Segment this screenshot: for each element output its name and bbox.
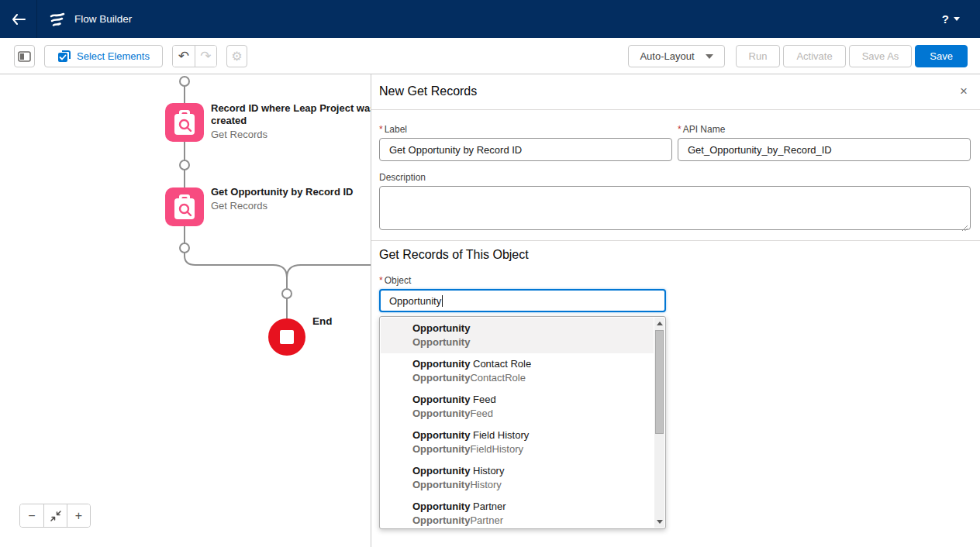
activate-button[interactable]: Activate bbox=[783, 45, 845, 67]
node-title: Get Opportunity by Record ID bbox=[211, 186, 380, 198]
brand: Flow Builder bbox=[37, 10, 132, 29]
undo-icon: ↶ bbox=[178, 48, 189, 64]
required-asterisk: * bbox=[379, 124, 383, 135]
panel-title: New Get Records bbox=[379, 84, 477, 98]
help-icon[interactable]: ? bbox=[942, 12, 949, 26]
list-item-opportunity-partner[interactable]: Opportunity Partner OpportunityPartner bbox=[381, 496, 654, 529]
redo-button[interactable]: ↷ bbox=[195, 46, 216, 67]
node-subtitle: Get Records bbox=[211, 199, 380, 212]
required-asterisk: * bbox=[678, 124, 682, 135]
list-item-opportunity[interactable]: Opportunity Opportunity bbox=[381, 318, 654, 353]
section-divider bbox=[371, 240, 980, 241]
gear-icon: ⚙ bbox=[231, 49, 242, 64]
chevron-down-icon bbox=[954, 17, 960, 21]
save-as-button[interactable]: Save As bbox=[849, 45, 913, 67]
page-title: Flow Builder bbox=[74, 13, 132, 25]
undo-button[interactable]: ↶ bbox=[173, 46, 195, 67]
close-icon[interactable]: × bbox=[957, 84, 971, 98]
select-elements-button[interactable]: Select Elements bbox=[44, 45, 163, 67]
node-subtitle: Get Records bbox=[211, 128, 380, 141]
undo-redo-group: ↶ ↷ bbox=[172, 45, 217, 67]
zoom-controls: − + bbox=[19, 504, 91, 528]
flow-settings-button[interactable]: ⚙ bbox=[226, 45, 247, 67]
label-field-label: *Label bbox=[379, 124, 672, 135]
node-1-labels: Record ID where Leap Project was created… bbox=[211, 102, 380, 141]
object-combobox-input[interactable]: Opportunity bbox=[379, 289, 666, 312]
panel-header: New Get Records × bbox=[371, 74, 980, 110]
list-item-opportunity-contact-role[interactable]: Opportunity Contact Role OpportunityCont… bbox=[381, 353, 654, 389]
get-records-icon bbox=[165, 103, 204, 142]
label-field[interactable] bbox=[379, 138, 672, 161]
description-field-label: Description bbox=[379, 172, 971, 183]
zoom-in-button[interactable]: + bbox=[67, 504, 90, 527]
resize-grip-icon[interactable] bbox=[961, 225, 968, 232]
scroll-up-icon[interactable] bbox=[654, 318, 664, 329]
list-item-opportunity-field-history[interactable]: Opportunity Field History OpportunityFie… bbox=[381, 425, 654, 460]
api-name-field[interactable] bbox=[678, 138, 971, 161]
description-field[interactable] bbox=[379, 186, 971, 230]
select-elements-icon bbox=[57, 50, 71, 63]
scrollbar-thumb[interactable] bbox=[655, 330, 664, 434]
chevron-down-icon bbox=[706, 54, 713, 59]
toolbar: Select Elements ↶ ↷ ⚙ Auto-Layout Run Ac… bbox=[0, 38, 980, 74]
object-field-label: *Object bbox=[379, 275, 666, 286]
header-help-menu[interactable]: ? bbox=[942, 12, 980, 26]
run-button[interactable]: Run bbox=[736, 45, 781, 67]
list-item-opportunity-history[interactable]: Opportunity History OpportunityHistory bbox=[381, 460, 654, 496]
list-item-opportunity-feed[interactable]: Opportunity Feed OpportunityFeed bbox=[381, 389, 654, 425]
object-input-value: Opportunity bbox=[389, 295, 441, 307]
api-name-field-label: *API Name bbox=[678, 124, 971, 135]
layout-select-value: Auto-Layout bbox=[640, 50, 694, 62]
dropdown-scrollbar[interactable] bbox=[654, 318, 664, 528]
get-records-icon bbox=[165, 187, 204, 226]
scroll-down-icon[interactable] bbox=[654, 517, 664, 527]
node-title: Record ID where Leap Project was created bbox=[211, 102, 380, 127]
text-caret bbox=[442, 295, 443, 307]
end-node-label: End bbox=[312, 315, 333, 327]
redo-icon: ↷ bbox=[200, 48, 211, 64]
flow-canvas[interactable]: Record ID where Leap Project was created… bbox=[0, 74, 371, 547]
object-dropdown-listbox: Opportunity Opportunity Opportunity Cont… bbox=[379, 316, 666, 529]
end-node[interactable] bbox=[268, 318, 305, 356]
get-records-node-1[interactable] bbox=[165, 103, 204, 142]
node-2-labels: Get Opportunity by Record ID Get Records bbox=[211, 186, 380, 212]
back-arrow-icon bbox=[12, 14, 26, 25]
flow-connectors bbox=[0, 74, 371, 547]
app-header: Flow Builder ? bbox=[0, 0, 980, 38]
select-elements-label: Select Elements bbox=[77, 50, 150, 62]
toggle-panel-icon bbox=[18, 51, 31, 62]
toggle-panel-button[interactable] bbox=[14, 45, 35, 67]
zoom-fit-button[interactable] bbox=[43, 504, 67, 527]
section-title: Get Records of This Object bbox=[379, 248, 529, 262]
flow-builder-icon bbox=[48, 10, 67, 29]
get-records-node-2[interactable] bbox=[165, 187, 204, 226]
save-button[interactable]: Save bbox=[915, 45, 968, 67]
zoom-out-button[interactable]: − bbox=[20, 504, 43, 527]
property-editor-panel: New Get Records × *Label *API Name Descr… bbox=[371, 74, 980, 547]
required-asterisk: * bbox=[379, 275, 383, 286]
back-button[interactable] bbox=[0, 0, 37, 38]
layout-select[interactable]: Auto-Layout bbox=[628, 45, 724, 67]
zoom-fit-icon bbox=[50, 511, 61, 521]
